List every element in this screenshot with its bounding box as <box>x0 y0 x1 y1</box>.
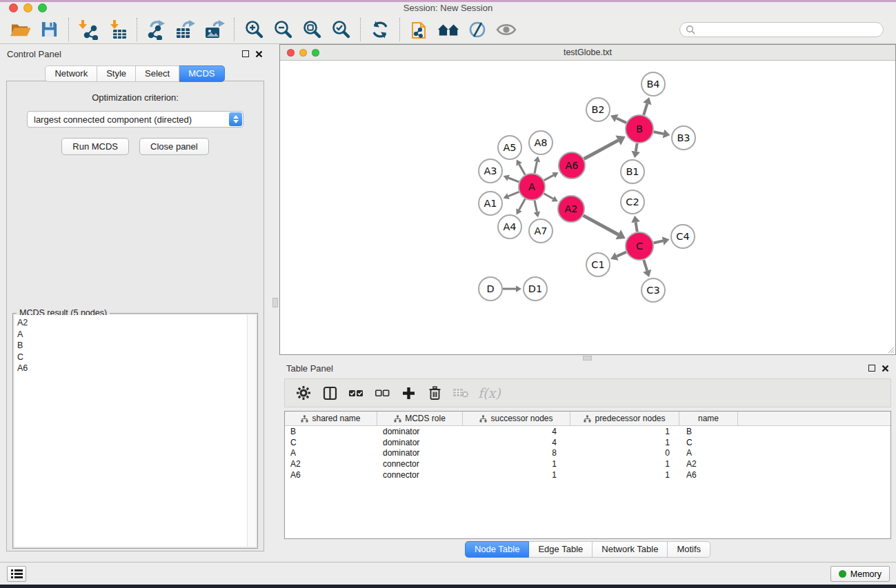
table-tab-edge-table[interactable]: Edge Table <box>529 541 593 558</box>
table-cell[interactable]: 8 <box>463 448 570 458</box>
vertical-splitter-handle[interactable] <box>272 298 278 307</box>
graph-node-A2[interactable]: A2 <box>558 196 584 222</box>
graph-node-A7[interactable]: A7 <box>529 219 552 243</box>
search-field[interactable] <box>679 22 884 37</box>
graph-edge-C-C1[interactable] <box>617 252 626 256</box>
select-none-button[interactable] <box>370 381 394 405</box>
float-table-panel-icon[interactable] <box>868 365 875 372</box>
graph-node-C[interactable]: C <box>626 232 653 260</box>
function-builder-label[interactable]: f(x) <box>475 385 501 401</box>
delete-table-button[interactable] <box>449 381 472 405</box>
birds-eye-view-button[interactable] <box>492 17 521 43</box>
table-cell[interactable]: 0 <box>570 448 679 458</box>
graph-node-B1[interactable]: B1 <box>621 160 644 183</box>
search-input[interactable] <box>695 24 877 34</box>
graph-node-A8[interactable]: A8 <box>529 131 552 154</box>
graph-edge-A2-C[interactable] <box>584 216 619 235</box>
table-cell[interactable]: A2 <box>285 459 377 469</box>
delete-column-button[interactable] <box>423 381 446 405</box>
column-header-shared-name[interactable]: shared name <box>285 412 377 425</box>
graph-node-C1[interactable]: C1 <box>586 253 610 276</box>
show-columns-button[interactable] <box>318 381 341 405</box>
column-header-successor-nodes[interactable]: successor nodes <box>463 412 570 425</box>
table-tab-motifs[interactable]: Motifs <box>668 541 710 558</box>
table-cell[interactable]: A6 <box>285 470 377 480</box>
table-cell[interactable]: 1 <box>570 438 679 447</box>
import-table-button[interactable] <box>103 17 132 43</box>
table-cell[interactable]: 1 <box>463 470 570 480</box>
table-row[interactable]: A2connector11A2 <box>285 458 890 469</box>
mcds-result-item[interactable]: A6 <box>17 363 256 374</box>
table-cell[interactable]: C <box>285 438 377 447</box>
table-row[interactable]: Bdominator41B <box>285 426 890 437</box>
no-graphics-details-button[interactable] <box>463 17 492 43</box>
export-network-button[interactable] <box>142 17 171 43</box>
graph-edge-A-A3[interactable] <box>508 178 519 182</box>
tab-mcds[interactable]: MCDS <box>179 65 224 82</box>
close-table-panel-icon[interactable] <box>882 365 889 372</box>
export-table-button[interactable] <box>171 17 200 43</box>
table-settings-button[interactable] <box>292 381 315 405</box>
import-network-button[interactable] <box>74 17 103 43</box>
graph-edge-A-A8[interactable] <box>535 161 537 173</box>
table-cell[interactable]: A2 <box>679 459 738 469</box>
table-row[interactable]: Adominator80A <box>285 448 890 459</box>
graph-node-D[interactable]: D <box>479 277 502 301</box>
mcds-result-item[interactable]: A2 <box>17 317 256 329</box>
graph-node-C2[interactable]: C2 <box>621 190 644 214</box>
graph-edge-A-A4[interactable] <box>519 199 526 210</box>
column-header-MCDS-role[interactable]: MCDS role <box>377 412 463 425</box>
graph-node-A6[interactable]: A6 <box>559 152 585 179</box>
float-panel-icon[interactable] <box>242 50 249 57</box>
table-cell[interactable]: 1 <box>463 459 570 469</box>
graph-edge-A-A6[interactable] <box>544 175 554 180</box>
column-header-predecessor-nodes[interactable]: predecessor nodes <box>570 412 679 425</box>
zoom-selected-button[interactable] <box>326 17 355 43</box>
graph-node-C4[interactable]: C4 <box>671 225 695 248</box>
table-cell[interactable]: 4 <box>463 438 570 447</box>
table-cell[interactable]: 4 <box>463 427 570 436</box>
graph-edge-C-C3[interactable] <box>644 260 647 271</box>
graph-edge-C-C2[interactable] <box>636 222 637 232</box>
tab-select[interactable]: Select <box>136 65 179 82</box>
table-cell[interactable]: B <box>679 427 738 436</box>
table-cell[interactable]: A <box>679 448 738 458</box>
network-graph[interactable]: B4B2BB3A8A5A6A3B1AC2A1A2A4A7C4CC1C3DD1 <box>280 61 894 354</box>
table-tab-node-table[interactable]: Node Table <box>465 541 530 558</box>
graph-edge-B-B2[interactable] <box>617 119 626 123</box>
graph-edge-A-A2[interactable] <box>544 194 552 199</box>
refresh-button[interactable] <box>366 17 395 43</box>
memory-button[interactable]: Memory <box>830 566 890 582</box>
run-mcds-button[interactable]: Run MCDS <box>61 138 129 155</box>
table-cell[interactable]: A6 <box>679 470 738 480</box>
select-all-button[interactable] <box>344 381 368 405</box>
graph-edge-A-A1[interactable] <box>508 192 519 196</box>
graph-node-A4[interactable]: A4 <box>498 215 521 239</box>
graph-node-B3[interactable]: B3 <box>672 126 695 150</box>
table-cell[interactable]: dominator <box>377 427 463 436</box>
resize-grip-icon[interactable] <box>887 346 895 354</box>
zoom-out-button[interactable] <box>268 17 297 43</box>
graph-edge-B-B4[interactable] <box>644 103 647 115</box>
graph-node-D1[interactable]: D1 <box>524 277 547 301</box>
table-cell[interactable]: connector <box>377 470 463 480</box>
graph-node-A[interactable]: A <box>519 174 545 200</box>
table-tab-network-table[interactable]: Network Table <box>593 541 668 558</box>
graph-edge-C-C4[interactable] <box>653 241 663 243</box>
add-column-button[interactable] <box>397 381 420 405</box>
network-canvas[interactable]: B4B2BB3A8A5A6A3B1AC2A1A2A4A7C4CC1C3DD1 <box>280 61 895 354</box>
homes-button[interactable] <box>434 17 463 43</box>
graph-node-A5[interactable]: A5 <box>498 136 521 159</box>
mcds-result-item[interactable]: C <box>17 352 256 363</box>
table-cell[interactable]: C <box>679 438 738 447</box>
table-cell[interactable]: dominator <box>377 448 463 458</box>
graph-node-A3[interactable]: A3 <box>479 159 502 183</box>
table-cell[interactable]: 1 <box>570 470 679 480</box>
zoom-fit-button[interactable] <box>297 17 326 43</box>
table-cell[interactable]: 1 <box>570 427 679 436</box>
table-cell[interactable]: B <box>285 427 377 436</box>
table-cell[interactable]: A <box>285 448 377 458</box>
graph-node-B4[interactable]: B4 <box>641 72 665 96</box>
export-image-button[interactable] <box>200 17 229 43</box>
table-row[interactable]: A6connector11A6 <box>285 469 890 480</box>
